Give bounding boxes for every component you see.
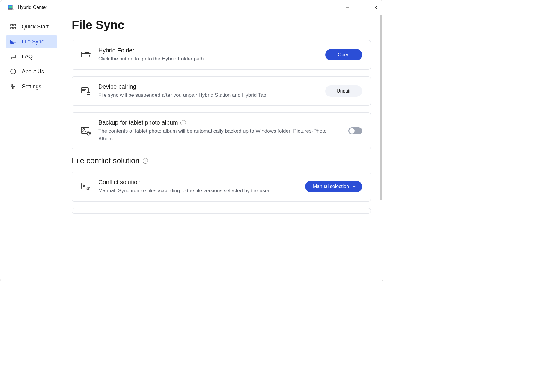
svg-rect-5 — [360, 6, 363, 9]
conflict-solution-dropdown[interactable]: Manual selection — [305, 181, 362, 192]
page-title: File Sync — [72, 18, 371, 32]
svg-rect-9 — [14, 24, 16, 26]
scrollbar-thumb[interactable] — [380, 15, 382, 200]
info-icon[interactable]: i — [143, 158, 148, 164]
titlebar: Hybrid Center — [0, 0, 383, 15]
device-link-icon — [80, 86, 91, 96]
card-title: Hybrid Folder — [98, 47, 318, 54]
svg-rect-1 — [9, 6, 12, 8]
grid-icon — [10, 23, 16, 30]
backup-toggle[interactable] — [348, 127, 362, 134]
card-title: Backup for tablet photo album i — [98, 119, 341, 126]
card-device-pairing: Device pairing File sync will be suspend… — [72, 76, 371, 106]
svg-point-3 — [12, 8, 13, 10]
svg-point-19 — [12, 84, 13, 86]
sidebar-item-label: File Sync — [22, 39, 44, 45]
sidebar-item-about-us[interactable]: About Us — [6, 65, 57, 78]
maximize-button[interactable] — [355, 3, 368, 12]
chevron-down-icon — [352, 184, 356, 189]
file-wrench-icon — [80, 181, 91, 192]
card-description: Click the button to go to the Hybrid Fol… — [98, 55, 318, 63]
card-partial — [72, 208, 371, 214]
sidebar: Quick Start File Sync FAQ — [0, 15, 61, 281]
app-title: Hybrid Center — [18, 5, 47, 10]
card-description: File sync will be suspended after you un… — [98, 91, 318, 99]
card-conflict-solution: Conflict solution Manual: Synchronize fi… — [72, 172, 371, 202]
sliders-icon — [10, 83, 16, 90]
photo-sync-icon — [80, 125, 91, 136]
folder-open-icon — [80, 49, 91, 60]
app-icon — [7, 4, 14, 11]
open-button[interactable]: Open — [325, 49, 362, 60]
unpair-button[interactable]: Unpair — [325, 85, 362, 97]
svg-point-29 — [83, 129, 85, 130]
sidebar-item-label: About Us — [22, 69, 44, 75]
minimize-button[interactable] — [341, 3, 355, 12]
card-description: The contents of tablet photo album will … — [98, 127, 341, 143]
window-controls — [341, 3, 382, 12]
folder-sync-icon — [10, 38, 16, 45]
card-hybrid-folder: Hybrid Folder Click the button to go to … — [72, 40, 371, 70]
sidebar-item-settings[interactable]: Settings — [6, 80, 57, 93]
svg-rect-11 — [14, 27, 16, 29]
svg-point-21 — [13, 86, 15, 87]
card-backup-photo-album: Backup for tablet photo album i The cont… — [72, 112, 371, 149]
chat-icon — [10, 53, 16, 60]
toggle-knob — [349, 128, 355, 134]
svg-rect-8 — [11, 24, 13, 26]
sidebar-item-label: Settings — [22, 84, 41, 90]
sidebar-item-label: FAQ — [22, 54, 33, 60]
info-circle-icon — [10, 68, 16, 75]
info-icon[interactable]: i — [180, 120, 186, 125]
sidebar-item-file-sync[interactable]: File Sync — [6, 35, 57, 48]
sidebar-item-label: Quick Start — [22, 24, 49, 30]
scrollbar[interactable] — [380, 15, 382, 279]
card-description: Manual: Synchronize files according to t… — [98, 187, 298, 195]
svg-rect-10 — [11, 27, 13, 29]
section-file-conflict: File conflict solution i — [72, 156, 371, 165]
sidebar-item-faq[interactable]: FAQ — [6, 50, 57, 63]
svg-point-12 — [14, 42, 16, 44]
svg-point-23 — [12, 87, 13, 89]
card-title: Device pairing — [98, 83, 318, 90]
sidebar-item-quick-start[interactable]: Quick Start — [6, 20, 57, 33]
content-area: File Sync Hybrid Folder Click the button… — [61, 15, 383, 281]
close-button[interactable] — [368, 3, 382, 12]
card-title: Conflict solution — [98, 179, 298, 186]
